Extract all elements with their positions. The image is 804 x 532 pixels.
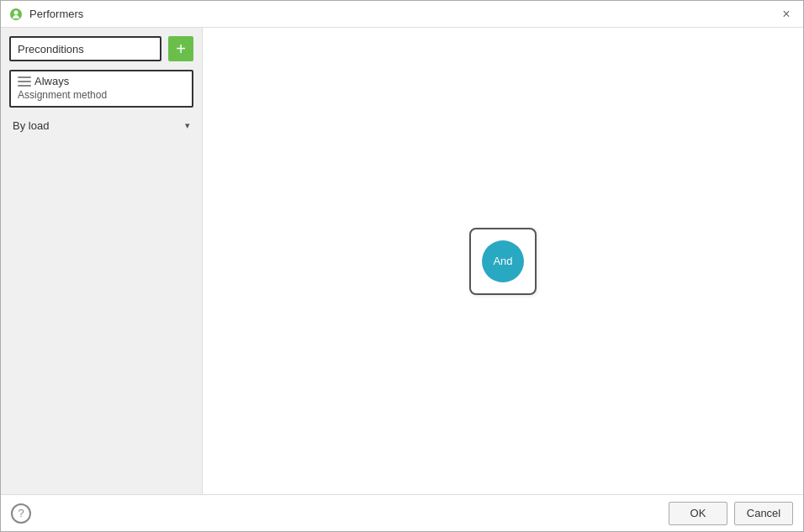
dialog-title: Performers <box>29 8 83 20</box>
cancel-button[interactable]: Cancel <box>734 502 793 525</box>
byload-text: By load <box>13 119 49 132</box>
footer-actions: OK Cancel <box>669 502 793 525</box>
title-bar-left: Performers <box>9 8 83 21</box>
list-icon <box>18 76 31 87</box>
dialog-footer: ? OK Cancel <box>1 494 803 531</box>
dialog-body: Preconditions + Always Assignment method… <box>1 28 803 494</box>
and-node[interactable]: And <box>469 228 537 295</box>
sidebar: Preconditions + Always Assignment method… <box>1 28 203 494</box>
sidebar-header: Preconditions + <box>9 36 193 61</box>
svg-point-1 <box>14 10 19 14</box>
close-button[interactable]: × <box>778 6 795 23</box>
chevron-down-icon: ▾ <box>185 120 190 131</box>
app-icon <box>9 8 23 21</box>
and-label: And <box>493 255 512 267</box>
ok-button[interactable]: OK <box>669 502 727 525</box>
add-button[interactable]: + <box>168 36 193 61</box>
help-button[interactable]: ? <box>11 503 31 524</box>
always-item: Always Assignment method <box>9 70 193 108</box>
and-circle: And <box>482 240 524 282</box>
preconditions-button[interactable]: Preconditions <box>9 36 161 61</box>
performers-dialog: Performers × Preconditions + Always <box>0 0 804 532</box>
assignment-method-label: Assignment method <box>18 89 185 101</box>
byload-dropdown[interactable]: By load ▾ <box>9 118 193 134</box>
title-bar: Performers × <box>1 1 803 28</box>
always-row: Always <box>18 75 185 87</box>
main-content: And <box>203 28 803 494</box>
always-label: Always <box>34 75 69 87</box>
